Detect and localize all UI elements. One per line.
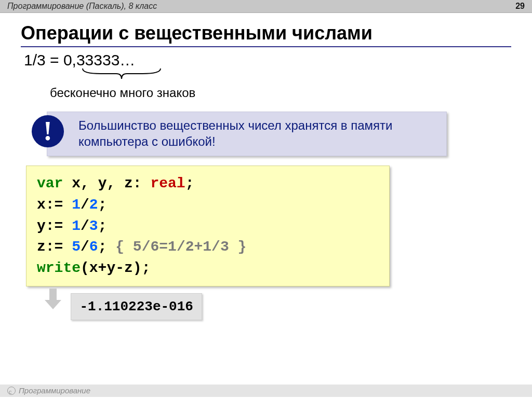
code-comment: { 5/6=1/2+1/3 } — [115, 239, 246, 255]
title-rule — [21, 46, 511, 47]
code-line-2: x:= 1/2; — [37, 195, 379, 216]
callout-text: Большинство вещественных чисел хранятся … — [78, 118, 393, 148]
code-line-5: write(x+y-z); — [37, 258, 379, 279]
callout-box: ! Большинство вещественных чисел хранятс… — [47, 112, 447, 156]
page-title: Операции с вещественными числами — [21, 22, 511, 44]
code-line-1: var x, y, z: real; — [37, 173, 379, 195]
arrow-down-icon — [43, 289, 63, 310]
keyword-write: write — [37, 260, 81, 276]
breadcrumb: Программирование (Паскаль), 8 класс — [7, 0, 157, 12]
footer-text: Программирование — [19, 385, 90, 397]
output-box: -1.110223e-016 — [71, 293, 202, 320]
svg-marker-1 — [45, 300, 61, 309]
keyword-real: real — [150, 175, 185, 191]
footer-bar: Программирование — [0, 385, 532, 397]
code-box: var x, y, z: real; x:= 1/2; y:= 1/3; z:=… — [26, 166, 390, 286]
header-bar: Программирование (Паскаль), 8 класс 29 — [0, 0, 532, 13]
code-line-3: y:= 1/3; — [37, 216, 379, 237]
svg-rect-0 — [49, 289, 57, 300]
copyright-icon — [7, 387, 16, 395]
brace-icon — [80, 66, 163, 81]
page-number: 29 — [515, 0, 525, 12]
keyword-var: var — [37, 175, 63, 191]
exclamation-badge: ! — [32, 115, 64, 147]
brace-caption: бесконечно много знаков — [50, 86, 195, 100]
code-line-4: z:= 5/6; { 5/6=1/2+1/3 } — [37, 237, 379, 258]
